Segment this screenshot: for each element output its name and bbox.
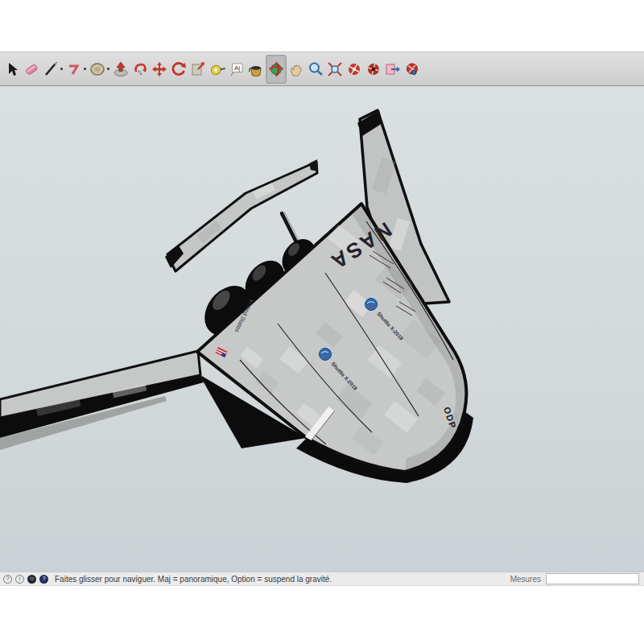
- walk-tool-button[interactable]: [402, 56, 422, 83]
- paint-bucket-icon: [247, 60, 265, 78]
- viewport-3d[interactable]: NASA United States Shuttle X-2019 Shuttl…: [0, 86, 644, 572]
- follow-me-icon: [131, 60, 149, 78]
- export-icon: [384, 60, 402, 78]
- measurements-group: Mesures: [510, 573, 644, 584]
- pencil-icon: [42, 60, 60, 78]
- push-pull-tool-button[interactable]: [111, 56, 130, 83]
- text-tool-button[interactable]: A|: [227, 56, 246, 83]
- text-label-icon: A|: [228, 60, 246, 78]
- make-component-button[interactable]: [188, 56, 208, 83]
- pan-tool-button[interactable]: [287, 56, 306, 83]
- circle-tool-dropdown-dot[interactable]: [107, 68, 109, 70]
- next-view-icon: [365, 60, 382, 78]
- eraser-icon: [23, 60, 40, 78]
- pan-hand-icon: [287, 60, 305, 78]
- line-tool-button[interactable]: [41, 56, 60, 83]
- nasa-meatball-logo-lower[interactable]: [320, 349, 332, 361]
- arc-icon: [65, 60, 83, 78]
- app-window: A|: [0, 0, 644, 644]
- arc-tool-button[interactable]: [64, 56, 84, 83]
- walk-tool-icon: [403, 60, 421, 78]
- eraser-tool-button[interactable]: [22, 56, 41, 83]
- svg-text:A|: A|: [234, 64, 240, 72]
- measurements-label: Mesures: [510, 575, 541, 584]
- rotate-tool-button[interactable]: [169, 56, 188, 83]
- move-tool-button[interactable]: [150, 56, 169, 83]
- circle-icon: [89, 60, 106, 78]
- person-circle-icon[interactable]: ☺: [27, 575, 36, 584]
- status-hint-text: Faites glisser pour naviguer. Maj = pano…: [55, 575, 332, 584]
- info-circle-icon[interactable]: i: [15, 575, 24, 584]
- zoom-extents-button[interactable]: [325, 56, 345, 83]
- paint-bucket-button[interactable]: [246, 56, 266, 83]
- nasa-meatball-logo-upper[interactable]: [365, 299, 378, 311]
- export-button[interactable]: [383, 56, 402, 83]
- line-tool-dropdown-dot[interactable]: [60, 68, 63, 70]
- circle-tool-button[interactable]: [88, 56, 107, 83]
- select-cursor-icon: [3, 60, 21, 78]
- orbit-tool-button[interactable]: [266, 55, 287, 84]
- arc-tool-dropdown-dot[interactable]: [84, 68, 86, 70]
- tape-measure-icon: [208, 60, 226, 78]
- previous-view-button[interactable]: [345, 56, 364, 83]
- status-bar: ? i ☺ ? Faites glisser pour naviguer. Ma…: [0, 572, 644, 586]
- measurements-input[interactable]: [546, 573, 639, 584]
- component-icon: [189, 60, 207, 78]
- move-icon: [151, 60, 168, 78]
- orbit-icon: [267, 60, 285, 78]
- zoom-tool-button[interactable]: [306, 56, 325, 83]
- rotate-icon: [170, 60, 188, 78]
- push-pull-icon: [112, 60, 130, 78]
- previous-view-icon: [345, 60, 363, 78]
- toolbar: A|: [0, 52, 644, 86]
- aircraft-model[interactable]: NASA United States Shuttle X-2019 Shuttl…: [0, 86, 644, 572]
- magnifier-icon: [307, 60, 324, 78]
- select-tool-button[interactable]: [2, 56, 22, 83]
- help-circle-icon[interactable]: ?: [39, 575, 48, 584]
- question-circle-icon[interactable]: ?: [3, 575, 12, 584]
- zoom-extents-icon: [326, 60, 344, 78]
- follow-me-tool-button[interactable]: [130, 56, 150, 83]
- next-view-button[interactable]: [364, 56, 383, 83]
- tape-measure-button[interactable]: [208, 56, 227, 83]
